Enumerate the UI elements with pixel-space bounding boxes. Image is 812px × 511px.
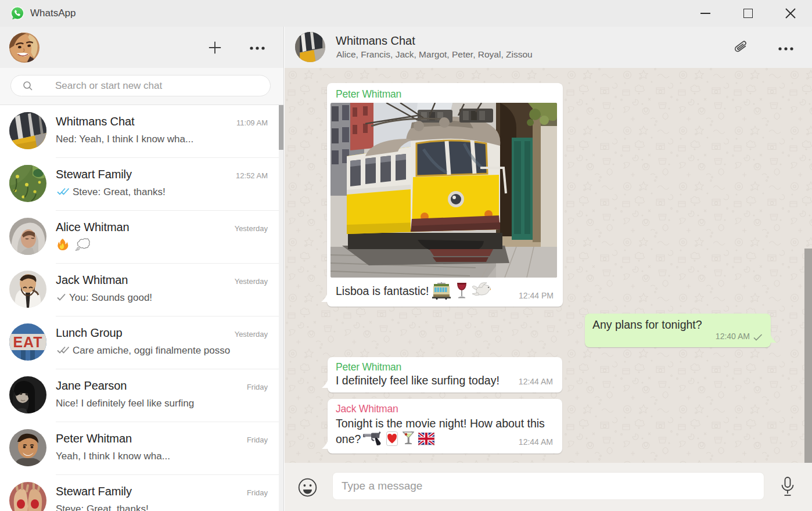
svg-text:EAT: EAT [13, 334, 42, 350]
